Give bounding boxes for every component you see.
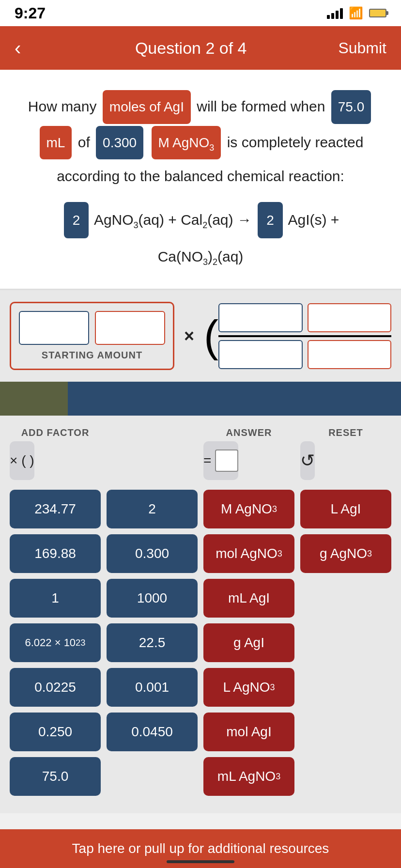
unit-empty-3 xyxy=(300,668,391,707)
answer-col: ANSWER = xyxy=(203,427,294,480)
tag-0300[interactable]: 0.300 xyxy=(96,126,143,160)
tag-moles-of-agi[interactable]: moles of AgI xyxy=(103,90,191,124)
eq-products2: Ca(NO3)2(aq) xyxy=(158,248,244,264)
num-btn-0250[interactable]: 0.250 xyxy=(10,713,101,751)
add-factor-col: ADD FACTOR × ( ) xyxy=(10,427,101,480)
starting-value-input[interactable] xyxy=(19,311,89,345)
question-of: of xyxy=(74,134,94,150)
submit-button[interactable]: Submit xyxy=(338,39,386,57)
home-indicator-area xyxy=(0,860,401,863)
reset-col: RESET ↺ xyxy=(300,427,391,480)
answer-button[interactable]: = xyxy=(203,441,238,480)
starting-amount-box: STARTING AMOUNT xyxy=(10,302,174,370)
coeff1[interactable]: 2 xyxy=(64,202,89,238)
reset-label: RESET xyxy=(300,427,391,441)
unit-empty-4 xyxy=(300,713,391,751)
starting-amount-label: STARTING AMOUNT xyxy=(19,350,165,361)
button-row-2: 169.88 0.300 mol AgNO3 g AgNO3 xyxy=(10,534,391,573)
reset-button[interactable]: ↺ xyxy=(300,441,315,480)
tag-75[interactable]: 75.0 xyxy=(331,90,371,124)
unit-btn-g-agno3[interactable]: g AgNO3 xyxy=(300,534,391,573)
unit-empty-2 xyxy=(300,623,391,662)
tag-ml[interactable]: mL xyxy=(40,126,72,160)
starting-unit-input[interactable] xyxy=(95,311,165,345)
footer-text: Tap here or pull up for additional resou… xyxy=(15,841,386,856)
button-row-6: 0.250 0.0450 mol AgI xyxy=(10,713,391,751)
unit-btn-l-agno3[interactable]: L AgNO3 xyxy=(203,668,294,707)
num-btn-750[interactable]: 75.0 xyxy=(10,757,101,796)
fraction-divider xyxy=(218,335,391,337)
calc-buttons-area: ADD FACTOR × ( ) ANSWER = RESET ↺ 234.77… xyxy=(0,416,401,813)
button-row-3: 1 1000 mL AgI xyxy=(10,579,391,618)
add-factor-button[interactable]: × ( ) xyxy=(10,441,34,480)
fraction-top-row xyxy=(218,303,391,332)
fraction-inputs xyxy=(218,303,391,369)
question-pre1: How many xyxy=(28,98,101,114)
fraction-numerator-right[interactable] xyxy=(308,303,392,332)
num-btn-1[interactable]: 1 xyxy=(10,579,101,618)
fraction-denominator-right[interactable] xyxy=(308,340,392,369)
unit-btn-ml-agi[interactable]: mL AgI xyxy=(203,579,294,618)
starting-amount-inputs xyxy=(19,311,165,345)
button-row-4: 6.022 × 1023 22.5 g AgI xyxy=(10,623,391,662)
calc-row: STARTING AMOUNT × ( xyxy=(10,302,391,370)
question-title: Question 2 of 4 xyxy=(135,39,247,58)
num-btn-00450[interactable]: 0.0450 xyxy=(107,713,198,751)
add-factor-label: ADD FACTOR xyxy=(10,427,101,441)
num-btn-225[interactable]: 22.5 xyxy=(107,623,198,662)
button-row-7: 75.0 mL AgNO3 xyxy=(10,757,391,796)
num-btn-16988[interactable]: 169.88 xyxy=(10,534,101,573)
tag-m-agno3[interactable]: M AgNO3 xyxy=(152,126,221,160)
unit-empty-1 xyxy=(300,579,391,618)
coeff2[interactable]: 2 xyxy=(258,202,283,238)
button-row-5: 0.0225 0.001 L AgNO3 xyxy=(10,668,391,707)
question-section: How many moles of AgI will be formed whe… xyxy=(0,70,401,289)
fraction-area: ( xyxy=(204,303,391,369)
status-time: 9:27 xyxy=(15,4,46,22)
calculation-area: STARTING AMOUNT × ( xyxy=(0,289,401,382)
num-btn-0300[interactable]: 0.300 xyxy=(107,534,198,573)
question-text: How many moles of AgI will be formed whe… xyxy=(19,89,382,192)
num-btn-23477[interactable]: 234.77 xyxy=(10,490,101,528)
num-btn-2[interactable]: 2 xyxy=(107,490,198,528)
button-row-1: 234.77 2 M AgNO3 L AgI xyxy=(10,490,391,528)
unit-btn-m-agno3[interactable]: M AgNO3 xyxy=(203,490,294,528)
unit-btn-g-agi[interactable]: g AgI xyxy=(203,623,294,662)
num-btn-avogadro[interactable]: 6.022 × 1023 xyxy=(10,623,101,662)
eq-reactants: AgNO3(aq) + Cal2(aq) → xyxy=(94,212,256,228)
dark-bar xyxy=(0,382,401,416)
eq-products1: AgI(s) + xyxy=(288,212,339,228)
answer-label: ANSWER xyxy=(203,427,294,441)
multiply-sign: × xyxy=(184,326,194,346)
chemical-equation: 2 AgNO3(aq) + Cal2(aq) → 2 AgI(s) + Ca(N… xyxy=(19,201,382,274)
num-btn-00225[interactable]: 0.0225 xyxy=(10,668,101,707)
question-line3: according to the balanced chemical react… xyxy=(57,168,344,184)
empty-btn-col xyxy=(107,438,198,480)
empty-label xyxy=(107,438,198,441)
signal-icon xyxy=(327,7,343,19)
dark-bar-left xyxy=(0,382,68,416)
unit-btn-l-agi[interactable]: L AgI xyxy=(300,490,391,528)
header: ‹ Question 2 of 4 Submit xyxy=(0,26,401,70)
status-bar: 9:27 📶 xyxy=(0,0,401,26)
home-indicator xyxy=(167,860,234,863)
question-mid1: will be formed when xyxy=(193,98,329,114)
answer-display-box xyxy=(215,450,238,472)
equals-sign: = xyxy=(203,453,211,468)
fraction-bottom-row xyxy=(218,340,391,369)
back-button[interactable]: ‹ xyxy=(15,37,44,59)
paren-left: ( xyxy=(204,314,218,358)
dark-bar-right xyxy=(68,382,401,416)
status-icons: 📶 xyxy=(327,6,386,20)
fraction-denominator-left[interactable] xyxy=(218,340,303,369)
battery-icon xyxy=(369,9,386,17)
unit-empty-5 xyxy=(300,757,391,796)
num-btn-0001[interactable]: 0.001 xyxy=(107,668,198,707)
num-empty-1 xyxy=(107,757,198,796)
num-btn-1000[interactable]: 1000 xyxy=(107,579,198,618)
wifi-icon: 📶 xyxy=(349,6,363,20)
unit-btn-mol-agno3[interactable]: mol AgNO3 xyxy=(203,534,294,573)
fraction-numerator-left[interactable] xyxy=(218,303,303,332)
unit-btn-ml-agno3[interactable]: mL AgNO3 xyxy=(203,757,294,796)
unit-btn-mol-agi[interactable]: mol AgI xyxy=(203,713,294,751)
